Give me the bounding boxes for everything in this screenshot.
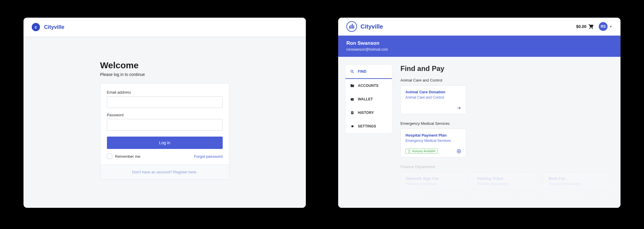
remember-me-label: Remember me: [115, 154, 140, 159]
service-card-subtitle: Finance Department: [549, 182, 605, 186]
brand-name: Cityville: [44, 24, 64, 30]
service-card[interactable]: Boot Fee Finance Department: [544, 172, 610, 201]
sidebar-nav: FIND ACCOUNTS WALLET HISTORY SETTINGS: [345, 64, 392, 133]
service-card-subtitle: Emergency Medical Services: [405, 139, 461, 143]
user-name: Ron Swanson: [346, 40, 612, 46]
service-card-title: Hospital Payment Plan: [405, 133, 461, 137]
service-card-title: Sidewalk Sign Fee: [405, 176, 461, 181]
user-info-bar: Ron Swanson ronswanson@hotmail.com: [338, 36, 620, 57]
svg-line-5: [353, 72, 353, 73]
remember-me-wrap[interactable]: Remember me: [107, 154, 140, 159]
password-label: Password: [107, 113, 223, 117]
sidebar-item-settings[interactable]: SETTINGS: [346, 120, 392, 133]
service-card-subtitle: Finance Department: [477, 182, 533, 186]
svg-point-7: [353, 99, 353, 100]
service-card-title: Boot Fee: [549, 176, 605, 181]
autopay-badge: Autopay Available: [405, 149, 438, 154]
sidebar-item-accounts[interactable]: ACCOUNTS: [346, 79, 392, 92]
forgot-password-link[interactable]: Forgot password: [194, 154, 223, 159]
page-title: Find and Pay: [400, 64, 613, 73]
service-card[interactable]: Animal Care Donation Animal Care and Con…: [400, 85, 466, 114]
svg-rect-1: [350, 25, 351, 29]
sidebar-item-label: WALLET: [358, 97, 373, 101]
svg-rect-11: [352, 113, 353, 113]
login-body: Welcome Please log in to continue Email …: [24, 37, 306, 191]
service-card-subtitle: Animal Care and Control: [405, 95, 461, 99]
svg-point-4: [351, 70, 353, 72]
remember-me-checkbox[interactable]: [107, 154, 112, 159]
content-area: Find and Pay Animal Care and Control Ani…: [400, 64, 613, 208]
sidebar-item-label: SETTINGS: [358, 124, 376, 128]
login-card: Email address Password Log in Remember m…: [100, 83, 229, 180]
login-button[interactable]: Log in: [107, 137, 223, 149]
svg-rect-9: [352, 112, 353, 112]
section-label: Animal Care and Control: [400, 78, 613, 82]
svg-rect-2: [352, 24, 353, 29]
sidebar-item-history[interactable]: HISTORY: [346, 106, 392, 120]
dashboard-panel: Cityville $0.00 RS ▼ Ron Swanson ronswan…: [338, 18, 620, 208]
password-input[interactable]: [107, 119, 223, 131]
svg-rect-3: [353, 25, 354, 29]
user-menu[interactable]: RS ▼: [599, 22, 612, 31]
email-input[interactable]: [107, 96, 223, 108]
refresh-icon: [408, 150, 411, 153]
brand-logo-icon: [346, 21, 357, 32]
sidebar-item-label: HISTORY: [358, 111, 374, 115]
service-card[interactable]: Sidewalk Sign Fee Finance Department: [400, 172, 466, 201]
service-card[interactable]: Parking Ticket Finance Department: [472, 172, 538, 201]
brand-logo-icon: c: [32, 23, 40, 31]
login-panel: c Cityville Welcome Please log in to con…: [24, 18, 306, 208]
dashboard-header: Cityville $0.00 RS ▼: [338, 18, 620, 36]
chevron-down-icon: ▼: [609, 25, 612, 28]
cart-total: $0.00: [576, 24, 586, 29]
cart-icon: [588, 24, 594, 29]
section-label: Emergency Medical Services: [400, 121, 613, 126]
history-icon: [350, 111, 354, 115]
register-link[interactable]: Don't have an account? Register here.: [132, 170, 197, 174]
sidebar-item-wallet[interactable]: WALLET: [346, 92, 392, 106]
login-title: Welcome: [100, 60, 229, 70]
user-email: ronswanson@hotmail.com: [346, 47, 612, 52]
service-card[interactable]: Hospital Payment Plan Emergency Medical …: [400, 129, 466, 157]
wallet-icon: [350, 97, 354, 101]
service-card-title: Animal Care Donation: [405, 90, 461, 94]
gear-icon: [350, 124, 354, 128]
avatar: RS: [599, 22, 608, 31]
sidebar-item-label: ACCOUNTS: [358, 84, 378, 88]
folder-icon: [350, 84, 354, 88]
section-label: Finance Department: [400, 165, 613, 169]
brand-name: Cityville: [360, 23, 383, 30]
arrow-right-icon[interactable]: [457, 106, 461, 110]
email-label: Email address: [107, 90, 223, 94]
search-icon: [350, 69, 354, 74]
service-card-subtitle: Finance Department: [405, 182, 461, 186]
login-subtitle: Please log in to continue: [100, 72, 229, 77]
cart-button[interactable]: $0.00: [576, 24, 594, 29]
plus-circle-icon[interactable]: [457, 149, 461, 154]
sidebar-item-find[interactable]: FIND: [346, 65, 392, 79]
service-card-title: Parking Ticket: [477, 176, 533, 181]
login-header: c Cityville: [24, 18, 306, 37]
svg-rect-10: [352, 112, 353, 113]
svg-rect-0: [349, 26, 350, 29]
sidebar-item-label: FIND: [358, 69, 366, 74]
